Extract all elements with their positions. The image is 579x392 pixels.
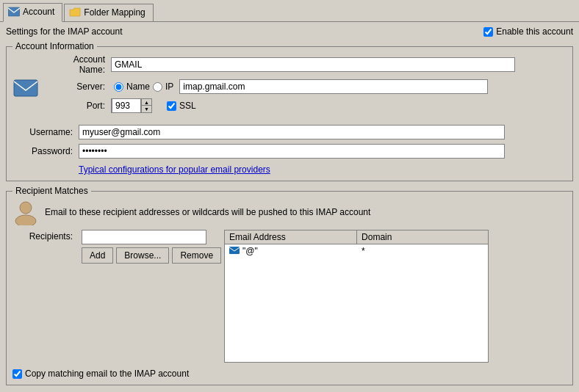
port-input[interactable]	[112, 98, 141, 113]
col-email-header: Email Address	[225, 231, 357, 244]
username-label: Username:	[12, 127, 79, 137]
account-info-top: Account Name: Server: Name IP Po	[12, 54, 567, 120]
tab-account[interactable]: Account	[3, 3, 62, 22]
top-row: Settings for the IMAP account Enable thi…	[6, 26, 573, 37]
table-row[interactable]: "@" *	[225, 244, 488, 258]
main-content: Settings for the IMAP account Enable thi…	[0, 22, 579, 392]
recipient-avatar	[12, 199, 39, 225]
password-label: Password:	[12, 146, 79, 156]
ssl-checkbox[interactable]	[167, 101, 176, 111]
table-body: "@" *	[225, 244, 488, 362]
recipients-input[interactable]	[82, 230, 206, 244]
password-row: Password:	[12, 144, 567, 159]
svg-point-2	[20, 202, 32, 214]
enable-label[interactable]: Enable this account	[496, 26, 573, 37]
email-table: Email Address Domain "@"	[224, 230, 489, 363]
browse-button[interactable]: Browse...	[116, 247, 169, 264]
ssl-label[interactable]: SSL	[179, 101, 196, 111]
td-email: "@"	[225, 245, 357, 257]
recipients-input-area: Add Browse... Remove	[82, 230, 221, 264]
account-info-legend: Account Information	[12, 41, 97, 51]
server-name-radio[interactable]	[114, 82, 123, 92]
svg-point-3	[15, 215, 36, 225]
email-value: "@"	[242, 246, 258, 256]
copy-label[interactable]: Copy matching email to the IMAP account	[25, 369, 189, 379]
tab-folder-mapping[interactable]: Folder Mapping	[64, 4, 153, 21]
enable-checkbox[interactable]	[483, 27, 493, 37]
account-name-input[interactable]	[111, 57, 515, 72]
svg-rect-1	[14, 80, 37, 96]
copy-checkbox-row: Copy matching email to the IMAP account	[12, 369, 567, 379]
copy-checkbox[interactable]	[12, 369, 22, 379]
email-icon	[229, 246, 240, 256]
folder-tab-icon	[69, 7, 81, 18]
port-input-wrap: ▲ ▼	[111, 98, 152, 113]
col-domain-header: Domain	[357, 231, 488, 244]
server-ip-radio[interactable]	[153, 82, 162, 92]
port-label: Port:	[45, 101, 111, 111]
btn-row: Add Browse... Remove	[82, 247, 221, 264]
svg-rect-4	[229, 247, 240, 254]
recipient-matches-fieldset: Recipient Matches Email to these recipie…	[6, 186, 573, 385]
svg-rect-0	[8, 7, 20, 16]
tab-bar: Account Folder Mapping	[0, 0, 579, 22]
recipient-matches-legend: Recipient Matches	[12, 186, 91, 196]
server-input[interactable]	[179, 79, 488, 94]
port-spinner: ▲ ▼	[141, 99, 151, 112]
recipients-label: Recipients:	[12, 230, 79, 242]
add-button[interactable]: Add	[82, 247, 113, 264]
server-radio-group: Name IP	[114, 81, 173, 92]
settings-label: Settings for the IMAP account	[6, 26, 123, 37]
account-name-row: Account Name:	[45, 54, 567, 75]
port-down-btn[interactable]: ▼	[142, 106, 151, 112]
server-ip-radio-label[interactable]: IP	[165, 81, 173, 92]
config-link[interactable]: Typical configurations for popular email…	[79, 164, 270, 175]
account-fields: Account Name: Server: Name IP Po	[45, 54, 567, 120]
server-row: Server: Name IP	[45, 79, 567, 94]
tab-folder-mapping-label: Folder Mapping	[84, 7, 145, 18]
server-label: Server:	[45, 81, 111, 92]
table-header: Email Address Domain	[225, 231, 488, 244]
recipient-header: Email to these recipient addresses or wi…	[12, 199, 567, 225]
server-name-radio-label[interactable]: Name	[126, 81, 150, 92]
username-row: Username:	[12, 125, 567, 139]
recipients-row: Recipients: Add Browse... Remove Email A…	[12, 230, 567, 363]
recipient-description: Email to these recipient addresses or wi…	[45, 207, 370, 217]
account-tab-icon	[8, 6, 20, 18]
remove-button[interactable]: Remove	[172, 247, 221, 264]
account-avatar	[12, 74, 39, 101]
account-name-label: Account Name:	[45, 54, 111, 75]
td-domain: *	[357, 245, 488, 257]
enable-row: Enable this account	[483, 26, 573, 37]
account-information-fieldset: Account Information Account Name: Server…	[6, 41, 573, 181]
ssl-row: SSL	[167, 101, 196, 111]
port-row: Port: ▲ ▼ SSL	[45, 98, 567, 113]
password-input[interactable]	[79, 144, 505, 159]
username-input[interactable]	[79, 125, 505, 139]
tab-account-label: Account	[23, 7, 54, 17]
port-up-btn[interactable]: ▲	[142, 99, 151, 106]
